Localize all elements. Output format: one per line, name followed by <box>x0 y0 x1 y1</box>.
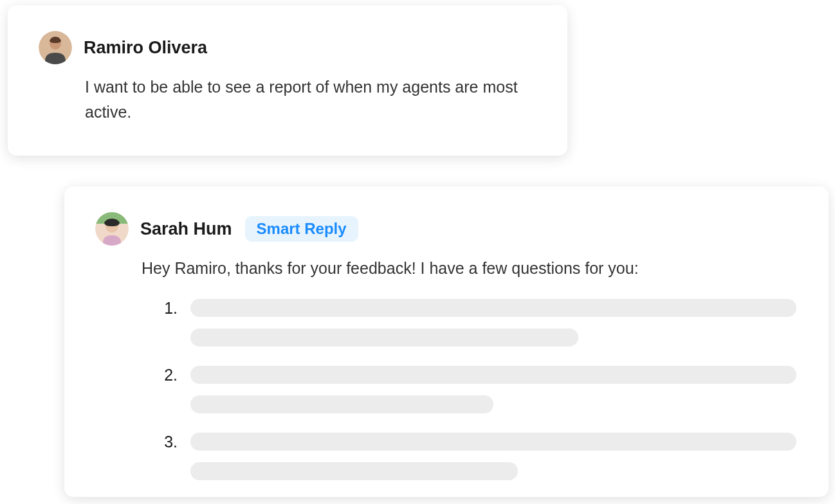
reply-message: Hey Ramiro, thanks for your feedback! I … <box>142 256 796 281</box>
reply-card: Sarah Hum Smart Reply Hey Ramiro, thanks… <box>64 186 829 497</box>
feedback-author-name: Ramiro Olivera <box>84 38 207 58</box>
list-content <box>190 366 796 413</box>
list-number: 3. <box>162 433 178 451</box>
feedback-card: Ramiro Olivera I want to be able to see … <box>8 5 567 156</box>
feedback-header: Ramiro Olivera <box>39 31 535 64</box>
list-number: 2. <box>162 366 178 384</box>
skeleton-line <box>190 395 493 413</box>
reply-questions-list: 1. 2. 3. <box>162 299 796 480</box>
avatar-icon <box>95 212 129 246</box>
list-item: 2. <box>162 366 796 413</box>
feedback-avatar <box>39 31 72 64</box>
feedback-message: I want to be able to see a report of whe… <box>85 75 535 125</box>
skeleton-line <box>190 462 518 480</box>
list-item: 3. <box>162 433 796 480</box>
reply-avatar <box>95 212 129 246</box>
skeleton-line <box>190 299 796 317</box>
list-number: 1. <box>162 299 178 317</box>
skeleton-line <box>190 366 796 384</box>
list-item: 1. <box>162 299 796 346</box>
reply-author-name: Sarah Hum <box>140 219 232 239</box>
skeleton-line <box>190 328 578 346</box>
smart-reply-badge[interactable]: Smart Reply <box>245 216 358 242</box>
avatar-icon <box>39 31 72 64</box>
skeleton-line <box>190 433 796 451</box>
reply-header: Sarah Hum Smart Reply <box>95 212 796 246</box>
list-content <box>190 433 796 480</box>
list-content <box>190 299 796 346</box>
